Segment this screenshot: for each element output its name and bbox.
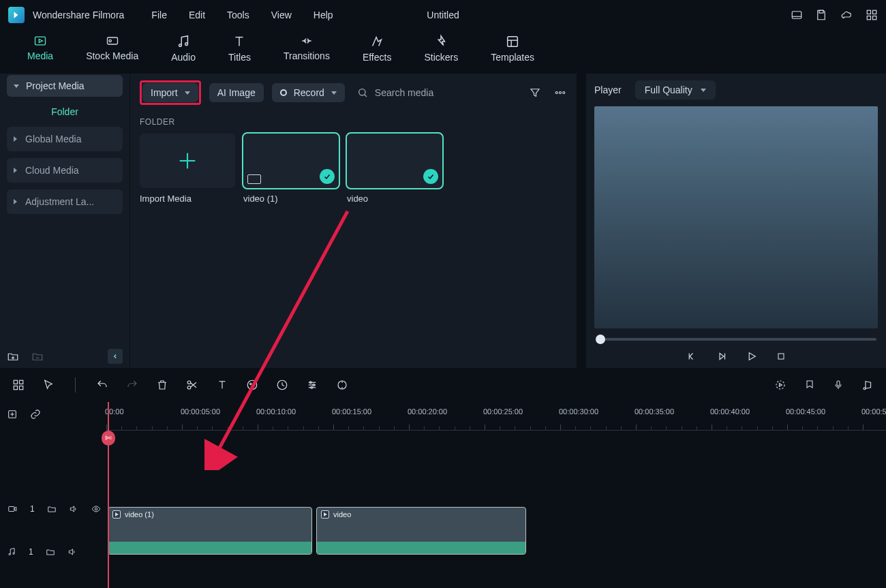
search-input[interactable]: Search media — [357, 87, 433, 98]
speed-icon[interactable] — [276, 379, 288, 391]
preview-panel: Player Full Quality — [586, 74, 886, 368]
delete-folder-icon[interactable] — [31, 350, 44, 362]
document-title: Untitled — [427, 10, 459, 20]
thumb-video-2[interactable]: video — [347, 134, 442, 204]
new-folder-icon[interactable] — [7, 350, 19, 362]
svg-rect-35 — [14, 386, 17, 390]
apps-icon[interactable] — [12, 379, 25, 391]
tab-stock-media[interactable]: Stock Media — [86, 34, 138, 61]
menu-file[interactable]: File — [144, 5, 174, 25]
clip-video-2[interactable]: video — [316, 507, 526, 555]
menu-tools[interactable]: Tools — [220, 5, 256, 25]
render-icon[interactable] — [774, 379, 786, 391]
tab-effects[interactable]: Effects — [363, 34, 392, 63]
effects-icon — [369, 34, 384, 49]
tab-transitions[interactable]: Transitions — [284, 34, 330, 61]
menu-bar: Wondershare Filmora File Edit Tools View… — [0, 0, 886, 30]
step-back-icon[interactable] — [716, 350, 728, 362]
menu-help[interactable]: Help — [307, 5, 340, 25]
track-folder-icon[interactable] — [47, 504, 57, 514]
svg-point-25 — [563, 92, 565, 94]
record-dot-icon — [280, 89, 287, 96]
playhead[interactable]: ✄ — [108, 402, 109, 588]
svg-point-12 — [185, 43, 188, 46]
play-icon[interactable] — [746, 350, 758, 362]
thumb-video-1[interactable]: video (1) — [243, 134, 339, 204]
link-icon[interactable] — [30, 409, 41, 420]
marker-icon[interactable] — [804, 379, 815, 391]
tab-titles[interactable]: Titles — [228, 34, 251, 63]
sidebar-cloud-media[interactable]: Cloud Media — [7, 158, 123, 183]
redo-icon[interactable] — [126, 379, 138, 391]
preview-screen[interactable] — [594, 106, 878, 328]
text-tool-icon[interactable] — [216, 379, 228, 391]
track-folder-icon[interactable] — [46, 547, 55, 557]
sidebar-adjustment-layer[interactable]: Adjustment La... — [7, 189, 123, 214]
import-media-tile[interactable]: Import Media — [140, 134, 235, 204]
timeline: 1 1 00:0000:00:05:0000:00:10:0000:00:15:… — [0, 402, 886, 588]
save-icon[interactable] — [815, 9, 827, 21]
grid-icon[interactable] — [866, 9, 878, 21]
record-button[interactable]: Record — [272, 83, 345, 102]
track-mute-icon[interactable] — [67, 547, 77, 557]
add-track-icon[interactable] — [7, 409, 18, 420]
media-icon — [32, 34, 48, 48]
preview-scrubber[interactable] — [596, 338, 876, 341]
preview-player-label[interactable]: Player — [594, 84, 622, 95]
undo-icon[interactable] — [96, 379, 108, 391]
adjust-icon[interactable] — [306, 379, 318, 391]
svg-rect-32 — [778, 354, 784, 359]
audio-mixer-icon[interactable] — [861, 379, 874, 391]
tab-audio[interactable]: Audio — [171, 34, 196, 63]
svg-point-23 — [555, 92, 557, 94]
folder-heading: FOLDER — [140, 117, 567, 127]
tab-titles-label: Titles — [228, 52, 251, 63]
sidebar-folder[interactable]: Folder — [7, 97, 123, 127]
svg-point-66 — [13, 553, 14, 554]
delete-icon[interactable] — [156, 379, 168, 391]
tab-media[interactable]: Media — [27, 34, 53, 61]
crop-icon[interactable] — [336, 379, 348, 391]
layout-icon[interactable] — [791, 9, 803, 21]
svg-rect-36 — [20, 386, 23, 390]
import-button[interactable]: Import — [142, 83, 198, 102]
cloud-icon[interactable] — [840, 9, 853, 21]
color-icon[interactable] — [246, 379, 258, 391]
play-badge-icon — [112, 510, 121, 519]
svg-point-42 — [250, 383, 251, 384]
playhead-handle-icon[interactable]: ✄ — [102, 431, 115, 446]
voiceover-icon[interactable] — [833, 379, 844, 391]
prev-frame-icon[interactable] — [686, 350, 698, 362]
svg-rect-4 — [873, 10, 876, 14]
timeline-body[interactable]: video (1) video — [106, 431, 886, 588]
svg-point-41 — [247, 380, 257, 390]
menu-view[interactable]: View — [264, 5, 299, 25]
svg-point-43 — [253, 383, 254, 384]
scrubber-knob[interactable] — [596, 335, 605, 344]
svg-line-47 — [282, 385, 284, 386]
tab-templates[interactable]: Templates — [491, 34, 534, 63]
svg-rect-6 — [873, 16, 876, 20]
filter-icon[interactable] — [529, 87, 541, 99]
select-tool-icon[interactable] — [42, 379, 55, 391]
stickers-icon — [433, 34, 448, 49]
quality-select[interactable]: Full Quality — [635, 80, 716, 99]
svg-rect-5 — [867, 16, 870, 20]
tab-stickers[interactable]: Stickers — [424, 34, 458, 63]
track-visibility-icon[interactable] — [91, 504, 102, 514]
split-icon[interactable] — [186, 379, 198, 391]
ai-image-button[interactable]: AI Image — [209, 83, 264, 102]
stop-icon[interactable] — [776, 351, 786, 362]
menu-edit[interactable]: Edit — [182, 5, 212, 25]
track-mute-icon[interactable] — [69, 504, 78, 514]
more-icon[interactable] — [553, 87, 567, 99]
thumb-caption: video — [347, 194, 442, 204]
sidebar-project-media[interactable]: Project Media — [7, 75, 123, 97]
clip-video-1[interactable]: video (1) — [108, 507, 312, 555]
collapse-sidebar-icon[interactable] — [108, 349, 123, 364]
sidebar-global-media[interactable]: Global Media — [7, 127, 123, 151]
svg-rect-57 — [837, 381, 840, 386]
svg-rect-33 — [14, 380, 17, 384]
caret-down-icon — [14, 84, 19, 88]
timeline-ruler[interactable]: 00:0000:00:05:0000:00:10:0000:00:15:0000… — [106, 407, 886, 431]
